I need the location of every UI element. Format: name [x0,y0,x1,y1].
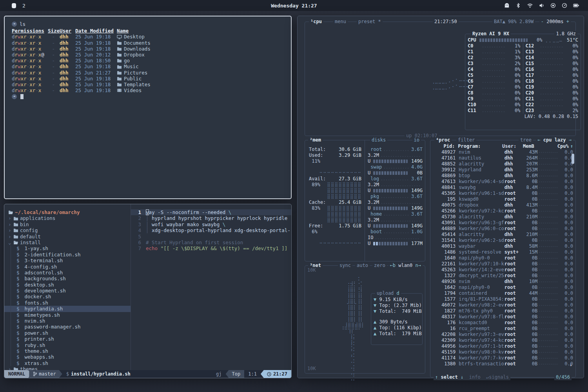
process-row[interactable]: 1327dmcrypt_write/25root0B0.0 [433,273,573,279]
shell-prompt[interactable]: ➜ [12,94,291,99]
tree-item[interactable]: ›default [4,234,131,240]
system-monitor-window[interactable]: ¹cpu menu preset * 21:27:50 BAT▲ 98% 2.8… [297,16,584,378]
process-row[interactable]: 45159kworker/u98:0-kvroot0B0.0 [433,349,573,355]
tree-item[interactable]: $ desktop.sh [4,282,131,288]
tree-item[interactable]: $ nvim.sh [4,318,131,324]
tab-cpu[interactable]: ¹cpu [309,19,323,25]
interval-plus-button[interactable]: + [566,19,569,24]
process-row[interactable]: 48317kworker/u97:8-flroot0B0.0 [433,314,573,320]
process-row[interactable]: 48841swaybgdhh8.4M0.0 [433,185,573,191]
tree-item[interactable]: ⌄install [4,240,131,245]
iface-next[interactable]: n→ [416,263,421,268]
process-row[interactable]: 45305kworker/u96:1-sdroot0B0.0 [433,191,573,196]
sort-prev[interactable]: ← [537,137,540,143]
process-row[interactable]: 47161nautilusdhh264M0.0 [433,155,573,161]
tab-mem[interactable]: ²mem [308,137,323,143]
tree-item[interactable]: $ adscontrol.sh [4,270,131,276]
process-row[interactable]: 48869btopdhh8.6M0.0 [433,173,573,179]
tree-item[interactable]: $ 3-terminal.sh [4,258,131,263]
tree-root[interactable]: ~/.local/share/omarchy [4,209,131,215]
tree-item[interactable]: $ mimetypes.sh [4,312,131,318]
process-row[interactable]: 1827mt76-tx phy0root0B0.0 [433,308,573,314]
proc-filter-button[interactable]: filter [456,137,476,143]
process-row[interactable]: 47613kworker/u96:4-sdroot0B0.0 [433,179,573,185]
process-row[interactable]: 48852alacrittydhh207M0.0 [433,161,573,167]
process-row[interactable]: 42309kworker/u97:4-kcroot0B0.0 [433,338,573,343]
workspace-indicator[interactable]: 2 [22,3,25,9]
tab-proc[interactable]: ⁴proc [434,137,452,143]
process-row[interactable]: 1640napi/phy0-0root0B0.0 [433,255,573,261]
scroll-up-icon[interactable]: ↑ [570,143,573,149]
process-row[interactable]: 48926nvimdhh10M0.0 [433,279,573,285]
process-row[interactable]: 44956kworker/u97:1-btroot0B0.0 [433,343,573,349]
tree-item[interactable]: $ password-manager.sh [4,324,131,330]
menu-button[interactable]: menu [333,19,348,25]
tree-item[interactable]: ›applications [4,215,131,221]
wifi-icon[interactable] [527,3,533,8]
bluetooth-icon[interactable] [515,3,521,8]
process-row[interactable]: 16rcu_preemptroot0B0.0 [433,326,573,332]
process-row[interactable]: 45414alacrittydhh210M0.0 [433,232,573,238]
process-row[interactable]: 44889kworker/u96:0-coroot0B0.0 [433,226,573,232]
tree-item[interactable]: $ webapps.sh [4,354,131,360]
process-row[interactable]: 39912Hyprlanddhh253M0.0 [433,167,573,173]
process-row[interactable]: 45266kworker/u97:2-kcroot0B0.0 [433,208,573,214]
editor-window[interactable]: ~/.local/share/omarchy›applications›bin›… [4,204,292,378]
tree-item[interactable]: $ power.sh [4,330,131,336]
tree-item[interactable]: ›config [4,227,131,233]
tree-item[interactable]: $ 2-identification.sh [4,252,131,258]
gauge-icon[interactable] [562,3,567,8]
process-row[interactable]: 1380btrfs-transactioroot0B0.0 [433,361,573,367]
process-row[interactable]: 48927nvimdhh43M0.0 [433,149,573,155]
net-zero-button[interactable]: zero [372,263,387,269]
process-row[interactable]: 1577irq/81-PIXA3854:root0B0.0 [433,296,573,302]
proc-tree-button[interactable]: tree [519,137,533,143]
tree-item[interactable]: $ fonts.sh [4,300,131,306]
tree-item[interactable]: $ xtras.sh [4,360,131,366]
process-row[interactable]: 46072kworker/u98:2-evroot0B0.0 [433,302,573,308]
process-row[interactable]: 1642napi/phy0-0root0B0.0 [433,285,573,290]
net-interface-switcher[interactable]: ←b wlan0 n→ [388,263,423,269]
process-row[interactable]: 40075dropboxdhh413M0.0 [433,202,573,208]
terminal-window[interactable]: ➜lsPermissionsSizeUserDate ModifiedNamed… [4,16,292,199]
process-scrollbar[interactable] [572,154,574,164]
process-row[interactable]: 22161kworker/u97:10-kroot0B0.0 [433,261,573,267]
process-row[interactable]: 1794containerdroot44M0.0 [433,290,573,296]
net-auto-button[interactable]: auto [355,263,370,269]
tree-item[interactable]: $ theme.sh [4,348,131,354]
io-label[interactable]: io [412,137,421,143]
process-row[interactable]: 41174kworker/u97:7-kvroot0B0.0 [433,355,573,361]
tree-item[interactable]: $ docker.sh [4,294,131,299]
tree-item[interactable]: $ 4-config.sh [4,264,131,270]
updates-icon[interactable] [504,3,510,8]
proc-sort-control[interactable]: ← cpu lazy → [536,137,573,143]
net-sync-button[interactable]: sync [338,263,352,269]
tree-item[interactable]: $ printer.sh [4,336,131,342]
battery-icon[interactable] [573,3,579,8]
proc-footer-select[interactable]: ↑ select ↓ info ↵signals [434,374,510,380]
screencast-icon[interactable] [550,3,556,8]
tree-item[interactable]: ›bin [4,221,131,227]
tree-item[interactable]: $ ruby.sh [4,342,131,348]
scroll-down-icon[interactable]: ↓ [570,362,572,368]
preset-button[interactable]: preset * [357,19,383,25]
process-row[interactable]: 42208kworker/u97:3-evroot0B0.0 [433,332,573,338]
volume-icon[interactable] [539,3,544,8]
proc-info-button[interactable]: info [469,374,481,380]
process-row[interactable]: 40013waybardhh58M0.0 [433,243,573,249]
update-interval-control[interactable]: - 2000ms + [539,19,571,25]
proc-signals-button[interactable]: signals [489,374,509,380]
tree-item[interactable]: $ backgrounds.sh [4,276,131,281]
tree-item[interactable]: ›themes [4,366,131,370]
interval-minus-button[interactable]: - [541,19,544,24]
process-row[interactable]: 195kswapd0root0B0.0 [433,196,573,202]
sort-next[interactable]: → [569,137,572,143]
iface-prev[interactable]: ←b [390,263,396,268]
tree-item[interactable]: $ hyprlandia.sh [4,306,131,312]
tree-item[interactable]: $ 1-yay.sh [4,245,131,251]
process-row[interactable]: 31541kworker/u96:2-sdroot0B0.0 [433,238,573,243]
process-row[interactable]: 176kcompactd0root0B0.0 [433,320,573,326]
tree-item[interactable]: $ development.sh [4,288,131,294]
process-row[interactable]: 1486systemd-resolvesyst+15M0.0 [433,249,573,255]
code-editor[interactable]: 1yay -S --noconfirm --needed \2│ hyprlan… [131,204,291,370]
